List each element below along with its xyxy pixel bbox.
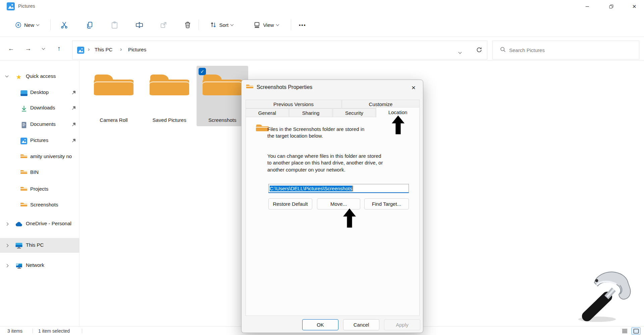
- close-icon: ×: [412, 84, 416, 92]
- location-intro-text: Files in the Screenshots folder are stor…: [267, 126, 372, 140]
- sidebar-item-downloads[interactable]: Downloads: [0, 101, 79, 115]
- delete-button[interactable]: [180, 17, 195, 32]
- new-button[interactable]: New: [9, 17, 44, 32]
- cancel-button[interactable]: Cancel: [343, 319, 379, 330]
- address-bar[interactable]: › This PC › Pictures: [72, 41, 487, 59]
- ellipsis-icon: •••: [299, 22, 306, 28]
- more-options-button[interactable]: •••: [295, 17, 310, 32]
- selected-count: 1 item selected: [38, 328, 70, 334]
- selected-path-text: C:\Users\DELL\Pictures\Screenshots: [270, 186, 352, 191]
- sidebar-item-quick-access[interactable]: ★ Quick access: [0, 69, 79, 84]
- sidebar-item-onedrive[interactable]: OneDrive - Personal: [0, 217, 79, 231]
- search-box[interactable]: [492, 41, 639, 59]
- close-button[interactable]: ×: [625, 0, 644, 13]
- selection-checkbox[interactable]: ✓: [199, 68, 206, 75]
- tab-previous-versions[interactable]: Previous Versions: [246, 100, 341, 108]
- sidebar-item-amity-university[interactable]: amity university no: [0, 149, 79, 164]
- cut-icon: [60, 21, 68, 29]
- breadcrumb-separator: ›: [87, 46, 91, 52]
- move-button[interactable]: Move...: [317, 198, 360, 209]
- documents-icon: [20, 121, 28, 129]
- breadcrumb-this-pc[interactable]: This PC: [92, 45, 115, 54]
- forward-button[interactable]: →: [22, 43, 34, 54]
- sort-button-label: Sort: [219, 22, 229, 28]
- sidebar-item-bin[interactable]: BIN: [0, 165, 79, 180]
- pin-icon[interactable]: [71, 90, 77, 95]
- folder-tile-saved-pictures[interactable]: Saved Pictures: [144, 66, 195, 126]
- rename-button[interactable]: [132, 17, 146, 32]
- large-icons-view-toggle[interactable]: [631, 327, 641, 335]
- restore-default-button[interactable]: Restore Default: [268, 198, 312, 209]
- search-input[interactable]: [509, 47, 620, 53]
- dialog-title: Screenshots Properties: [257, 84, 312, 90]
- copy-button[interactable]: [83, 17, 97, 32]
- details-view-toggle[interactable]: [620, 327, 629, 335]
- search-icon: [500, 47, 506, 54]
- text-caret: [353, 186, 353, 191]
- tab-security[interactable]: Security: [333, 108, 376, 117]
- view-button[interactable]: View: [248, 17, 284, 32]
- recent-locations-button[interactable]: [38, 43, 48, 54]
- command-toolbar: New Sort View •••: [0, 13, 644, 37]
- tab-general[interactable]: General: [246, 108, 289, 117]
- sidebar-item-desktop[interactable]: Desktop: [0, 85, 79, 100]
- minimize-button[interactable]: [578, 0, 597, 13]
- trash-icon: [184, 21, 192, 29]
- sidebar-item-network[interactable]: Network: [0, 258, 79, 273]
- restore-button[interactable]: [601, 0, 621, 13]
- location-body-text: You can change where files in this folde…: [267, 153, 387, 173]
- folder-icon: [246, 85, 253, 90]
- chevron-down-icon: [36, 23, 40, 26]
- window-titlebar: Pictures ×: [0, 0, 644, 13]
- chevron-down-icon: [42, 47, 45, 50]
- folder-icon: [20, 169, 28, 177]
- back-icon: ←: [8, 45, 14, 52]
- folder-icon: [20, 202, 28, 209]
- dialog-close-button[interactable]: ×: [407, 81, 420, 94]
- folder-tile-camera-roll[interactable]: Camera Roll: [88, 66, 140, 126]
- details-view-icon: [622, 329, 628, 333]
- up-button[interactable]: ↑: [53, 43, 65, 54]
- find-target-button[interactable]: Find Target...: [364, 198, 409, 209]
- view-button-label: View: [263, 22, 274, 28]
- paste-icon: [111, 21, 118, 29]
- tab-location[interactable]: Location: [376, 107, 420, 117]
- sidebar-item-screenshots[interactable]: Screenshots: [0, 198, 79, 212]
- location-path-input[interactable]: C:\Users\DELL\Pictures\Screenshots: [268, 184, 409, 193]
- sidebar-item-pictures[interactable]: Pictures: [0, 133, 79, 148]
- back-button[interactable]: ←: [5, 43, 17, 54]
- view-icon: [253, 21, 261, 29]
- pictures-location-icon: [77, 47, 84, 55]
- breadcrumb-pictures[interactable]: Pictures: [125, 45, 149, 54]
- check-icon: ✓: [200, 69, 204, 74]
- toolbar-separator: [50, 19, 51, 30]
- pin-icon[interactable]: [71, 105, 77, 111]
- star-icon: ★: [16, 74, 21, 80]
- chevron-right-icon: [5, 244, 9, 247]
- plus-circle-icon: [15, 21, 22, 29]
- items-count: 3 items: [7, 328, 22, 334]
- sort-button[interactable]: Sort: [204, 17, 239, 32]
- address-dropdown-chevron[interactable]: [459, 49, 461, 55]
- restore-icon: [609, 4, 613, 9]
- folder-tile-screenshots[interactable]: ✓ Screenshots: [197, 66, 248, 126]
- paste-button[interactable]: [107, 17, 121, 32]
- sidebar-item-projects[interactable]: Projects: [0, 182, 79, 197]
- apply-button[interactable]: Apply: [384, 319, 420, 330]
- share-button[interactable]: [156, 17, 170, 32]
- chevron-down-icon: [276, 23, 279, 26]
- close-icon: ×: [632, 3, 636, 10]
- folder-icon: [150, 75, 189, 106]
- pin-icon[interactable]: [71, 138, 77, 143]
- pin-icon[interactable]: [71, 122, 77, 127]
- ok-button[interactable]: OK: [302, 319, 338, 330]
- sidebar-item-documents[interactable]: Documents: [0, 117, 79, 132]
- address-row: ← → ↑ › This PC › Pictures: [0, 37, 644, 60]
- sort-icon: [210, 21, 217, 29]
- sidebar-item-this-pc[interactable]: This PC: [0, 238, 79, 253]
- refresh-button[interactable]: [476, 47, 482, 54]
- tab-sharing[interactable]: Sharing: [289, 108, 332, 117]
- pictures-icon: [20, 137, 28, 145]
- minimize-icon: [585, 4, 589, 8]
- cut-button[interactable]: [57, 17, 71, 32]
